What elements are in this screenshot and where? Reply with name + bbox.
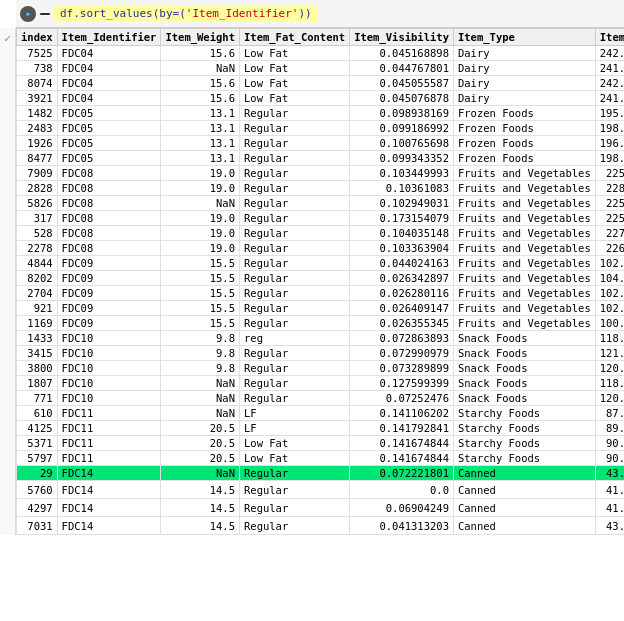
table-cell: FDC04 <box>57 61 161 76</box>
table-cell: 15.6 <box>161 46 240 61</box>
table-cell: 0.099186992 <box>350 121 454 136</box>
table-row: 3921FDC0415.6Low Fat0.045076878Dairy241.… <box>17 91 625 106</box>
table-cell: FDC04 <box>57 91 161 106</box>
table-cell: 29 <box>17 466 58 481</box>
table-header-row: index Item_Identifier Item_Weight Item_F… <box>17 29 625 46</box>
table-cell: 15.5 <box>161 316 240 331</box>
table-cell: 198.7768 <box>595 121 624 136</box>
table-cell: FDC08 <box>57 166 161 181</box>
table-cell: Snack Foods <box>453 346 595 361</box>
table-cell: FDC10 <box>57 391 161 406</box>
table-cell: NaN <box>161 391 240 406</box>
table-body: 7525FDC0415.6Low Fat0.045168898Dairy242.… <box>17 46 625 535</box>
table-cell: 0.026409147 <box>350 301 454 316</box>
table-cell: 225.472 <box>595 166 624 181</box>
table-cell: 13.1 <box>161 136 240 151</box>
table-row: 738FDC04NaNLow Fat0.044767801Dairy241.88… <box>17 61 625 76</box>
table-cell: 41.4454 <box>595 499 624 517</box>
table-cell: 225.472 <box>595 211 624 226</box>
table-cell: FDC09 <box>57 286 161 301</box>
table-cell: Canned <box>453 517 595 535</box>
notebook-cell: ✓ df.sort_values(by=('Item_Identifier'))… <box>0 0 624 535</box>
table-row: 8477FDC0513.1Regular0.099343352Frozen Fo… <box>17 151 625 166</box>
cell-content: df.sort_values(by=('Item_Identifier')) i… <box>16 0 624 535</box>
table-cell: FDC10 <box>57 376 161 391</box>
table-cell: Dairy <box>453 91 595 106</box>
table-cell: 19.0 <box>161 181 240 196</box>
table-cell: Low Fat <box>239 436 349 451</box>
table-cell: 104.1332 <box>595 271 624 286</box>
table-row: 317FDC0819.0Regular0.173154079Fruits and… <box>17 211 625 226</box>
table-cell: 19.0 <box>161 166 240 181</box>
table-cell: 0.044024163 <box>350 256 454 271</box>
table-cell: 4297 <box>17 499 58 517</box>
code-cell[interactable]: df.sort_values(by=('Item_Identifier')) <box>54 6 318 21</box>
table-cell: 1169 <box>17 316 58 331</box>
table-cell: 90.6172 <box>595 436 624 451</box>
table-cell: 0.045055587 <box>350 76 454 91</box>
col-item-type: Item_Type <box>453 29 595 46</box>
table-cell: Regular <box>239 376 349 391</box>
table-cell: 0.141674844 <box>350 436 454 451</box>
table-cell: FDC10 <box>57 361 161 376</box>
table-cell: 14.5 <box>161 499 240 517</box>
table-cell: FDC05 <box>57 136 161 151</box>
table-cell: Frozen Foods <box>453 136 595 151</box>
table-cell: Canned <box>453 481 595 499</box>
table-cell: 13.1 <box>161 151 240 166</box>
table-cell: 13.1 <box>161 121 240 136</box>
table-cell: 0.044767801 <box>350 61 454 76</box>
table-cell: FDC04 <box>57 46 161 61</box>
table-row: 3800FDC109.8Regular0.073289899Snack Food… <box>17 361 625 376</box>
table-cell: FDC14 <box>57 499 161 517</box>
table-cell: 3921 <box>17 91 58 106</box>
table-cell: 20.5 <box>161 436 240 451</box>
table-cell: FDC05 <box>57 106 161 121</box>
table-cell: Dairy <box>453 76 595 91</box>
table-row: 2828FDC0819.0Regular0.10361083Fruits and… <box>17 181 625 196</box>
table-cell: NaN <box>161 61 240 76</box>
col-item-weight: Item_Weight <box>161 29 240 46</box>
table-cell: 43.2454 <box>595 517 624 535</box>
table-cell: FDC05 <box>57 151 161 166</box>
data-table: index Item_Identifier Item_Weight Item_F… <box>16 28 624 535</box>
table-cell: 0.026280116 <box>350 286 454 301</box>
table-cell: 241.8854 <box>595 91 624 106</box>
table-cell: 195.7768 <box>595 106 624 121</box>
cell-sidebar: ✓ <box>0 28 16 535</box>
table-cell: 5826 <box>17 196 58 211</box>
table-cell: FDC14 <box>57 481 161 499</box>
table-cell: FDC05 <box>57 121 161 136</box>
table-row: 610FDC11NaNLF0.141106202Starchy Foods87.… <box>17 406 625 421</box>
table-cell: Regular <box>239 346 349 361</box>
table-cell: 528 <box>17 226 58 241</box>
table-cell: 100.8332 <box>595 316 624 331</box>
table-cell: Low Fat <box>239 61 349 76</box>
table-cell: 102.0332 <box>595 256 624 271</box>
table-cell: 0.072863893 <box>350 331 454 346</box>
table-cell: 0.100765698 <box>350 136 454 151</box>
table-cell: Regular <box>239 517 349 535</box>
table-cell: 15.5 <box>161 256 240 271</box>
table-cell: 43.6454 <box>595 466 624 481</box>
table-cell: Low Fat <box>239 76 349 91</box>
table-cell: 121.6098 <box>595 346 624 361</box>
table-cell: Fruits and Vegetables <box>453 271 595 286</box>
table-cell: Regular <box>239 271 349 286</box>
table-cell: 8477 <box>17 151 58 166</box>
table-cell: Regular <box>239 256 349 271</box>
table-cell: Regular <box>239 316 349 331</box>
table-cell: 8202 <box>17 271 58 286</box>
table-cell: FDC14 <box>57 466 161 481</box>
table-cell: 19.0 <box>161 211 240 226</box>
table-cell: 225.272 <box>595 196 624 211</box>
table-row: 8202FDC0915.5Regular0.026342897Fruits an… <box>17 271 625 286</box>
table-cell: 921 <box>17 301 58 316</box>
table-cell: 0.173154079 <box>350 211 454 226</box>
table-cell: 0.026355345 <box>350 316 454 331</box>
table-cell: Regular <box>239 166 349 181</box>
table-cell: Regular <box>239 286 349 301</box>
table-cell: Fruits and Vegetables <box>453 241 595 256</box>
table-cell: 2828 <box>17 181 58 196</box>
run-button[interactable] <box>20 6 36 22</box>
